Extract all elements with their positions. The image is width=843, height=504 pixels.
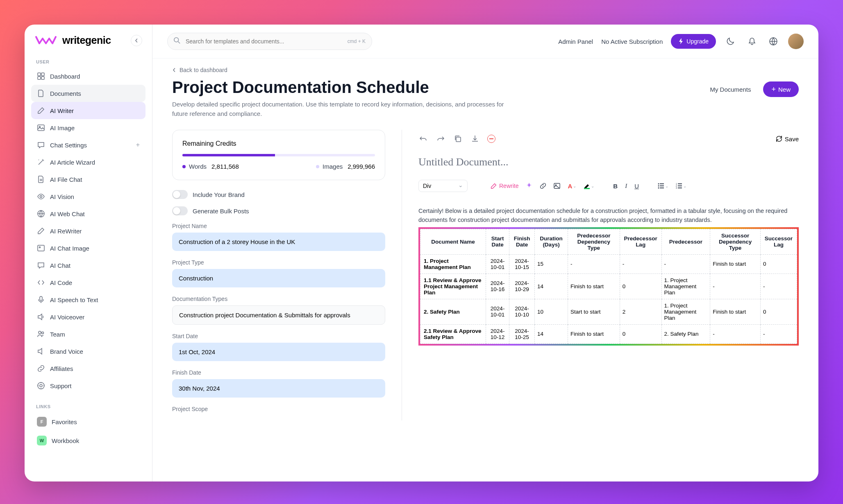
sidebar-item-brand-voice[interactable]: Brand Voice — [31, 343, 145, 360]
ai-sparkle-button[interactable] — [526, 183, 532, 189]
bullet-list-button[interactable]: ⌄ — [658, 183, 668, 189]
highlight-button[interactable]: ⌄ — [584, 183, 594, 189]
project-name-input[interactable] — [172, 233, 385, 251]
sidebar-item-label: AI Speech to Text — [50, 296, 98, 303]
sidebar-item-ai-code[interactable]: AI Code — [31, 274, 145, 291]
cell-slag: - — [760, 324, 797, 344]
search-icon — [174, 37, 180, 45]
sidebar-item-ai-speech[interactable]: AI Speech to Text — [31, 291, 145, 308]
project-type-input[interactable] — [172, 269, 385, 287]
link-button[interactable] — [540, 183, 546, 189]
collapse-sidebar-button[interactable] — [131, 35, 142, 46]
brand-toggle[interactable] — [172, 190, 188, 199]
delete-button[interactable] — [487, 135, 495, 143]
sidebar-item-documents[interactable]: Documents — [31, 85, 145, 102]
my-documents-button[interactable]: My Documents — [702, 82, 758, 97]
highlight-icon — [584, 183, 590, 189]
sidebar-item-label: AI Article Wizard — [50, 159, 95, 166]
th-start: Start Date — [486, 229, 509, 254]
table-row: 1. Project Management Plan2024-10-012024… — [420, 254, 797, 273]
image-insert-button[interactable] — [554, 183, 560, 189]
moon-icon — [727, 37, 735, 45]
sidebar-item-ai-chat[interactable]: AI Chat — [31, 257, 145, 274]
numbered-list-button[interactable]: 123⌄ — [676, 183, 686, 189]
sidebar-item-label: AI Writer — [50, 107, 74, 114]
dashboard-icon — [37, 72, 45, 80]
copy-button[interactable] — [453, 134, 463, 144]
underline-button[interactable]: U — [634, 183, 639, 190]
th-plag: Predecessor Lag — [620, 229, 661, 254]
sidebar-link-favorites[interactable]: F Favorites — [31, 412, 145, 431]
rewrite-button[interactable]: Rewrite — [491, 183, 518, 189]
new-label: New — [778, 86, 791, 93]
upgrade-button[interactable]: Upgrade — [671, 34, 716, 49]
sidebar-item-label: AI Vision — [50, 193, 74, 200]
notifications-button[interactable] — [745, 35, 759, 48]
sidebar-item-ai-image[interactable]: AI Image — [31, 119, 145, 136]
plus-icon[interactable]: + — [136, 141, 140, 149]
svg-rect-33 — [678, 188, 682, 188]
sidebar-item-ai-writer[interactable]: AI Writer — [31, 102, 145, 119]
cell-plag: - — [620, 254, 661, 273]
svg-rect-18 — [489, 138, 493, 139]
sidebar-item-ai-vision[interactable]: AI Vision — [31, 188, 145, 205]
doc-types-input[interactable] — [172, 305, 385, 325]
schedule-table: Document Name Start Date Finish Date Dur… — [420, 229, 797, 344]
sidebar-item-ai-file-chat[interactable]: AI File Chat — [31, 171, 145, 188]
back-link[interactable]: Back to dashboard — [172, 67, 799, 73]
scope-label: Project Scope — [172, 406, 385, 412]
sidebar-item-label: AI Code — [50, 279, 72, 286]
undo-button[interactable] — [418, 134, 428, 144]
logo[interactable]: writegenic — [34, 34, 111, 46]
save-label: Save — [785, 136, 799, 142]
sidebar-link-label: Favorites — [52, 418, 77, 425]
svg-text:3: 3 — [676, 187, 677, 189]
text-color-button[interactable]: A⌄ — [568, 183, 576, 190]
logo-text: writegenic — [62, 34, 111, 46]
sidebar-item-label: Documents — [50, 90, 81, 97]
sidebar-item-dashboard[interactable]: Dashboard — [31, 68, 145, 85]
start-date-input[interactable] — [172, 343, 385, 361]
avatar[interactable] — [788, 34, 804, 49]
dark-mode-toggle[interactable] — [724, 35, 737, 48]
svg-rect-4 — [38, 125, 44, 131]
finish-date-input[interactable] — [172, 379, 385, 398]
sidebar-item-ai-web-chat[interactable]: AI Web Chat — [31, 205, 145, 222]
document-intro[interactable]: Certainly! Below is a detailed project d… — [418, 207, 799, 225]
sidebar-link-workbook[interactable]: W Workbook — [31, 431, 145, 450]
admin-panel-link[interactable]: Admin Panel — [558, 38, 593, 45]
sidebar-item-team[interactable]: Team — [31, 325, 145, 343]
cell-duration: 15 — [535, 254, 568, 273]
document-title[interactable]: Untitled Document... — [418, 156, 799, 168]
sidebar-item-affiliates[interactable]: Affiliates — [31, 360, 145, 377]
sidebar-item-ai-rewriter[interactable]: AI ReWriter — [31, 222, 145, 240]
italic-button[interactable]: I — [625, 183, 627, 190]
bold-button[interactable]: B — [613, 183, 618, 190]
editor-column: Save Untitled Document... Div Rewrite — [402, 130, 799, 420]
cell-start: 2024-10-01 — [486, 254, 509, 273]
sidebar-item-ai-voiceover[interactable]: AI Voiceover — [31, 308, 145, 325]
bulk-toggle[interactable] — [172, 206, 188, 215]
th-finish: Finish Date — [509, 229, 535, 254]
search-input[interactable] — [167, 33, 372, 50]
svg-rect-21 — [584, 188, 590, 189]
words-value: 2,811,568 — [211, 163, 239, 170]
chevron-left-icon — [172, 68, 176, 72]
sidebar-item-support[interactable]: Support — [31, 377, 145, 394]
redo-button[interactable] — [436, 134, 445, 144]
save-button[interactable]: Save — [776, 136, 799, 142]
download-button[interactable] — [470, 134, 480, 144]
language-button[interactable] — [767, 35, 780, 48]
sidebar-item-ai-article-wizard[interactable]: AI Article Wizard — [31, 154, 145, 171]
svg-point-26 — [658, 188, 659, 189]
sidebar-item-chat-settings[interactable]: Chat Settings + — [31, 136, 145, 154]
th-slag: Successor Lag — [760, 229, 797, 254]
sidebar-item-ai-chat-image[interactable]: AI Chat Image — [31, 240, 145, 257]
cell-pdt: - — [568, 254, 620, 273]
eye-icon — [37, 192, 45, 201]
svg-rect-0 — [38, 73, 41, 76]
new-button[interactable]: + New — [763, 81, 799, 97]
format-select[interactable]: Div — [418, 180, 468, 192]
subscription-status[interactable]: No Active Subscription — [601, 38, 663, 45]
cell-name: 2.1 Review & Approve Safety Plan — [420, 324, 486, 344]
